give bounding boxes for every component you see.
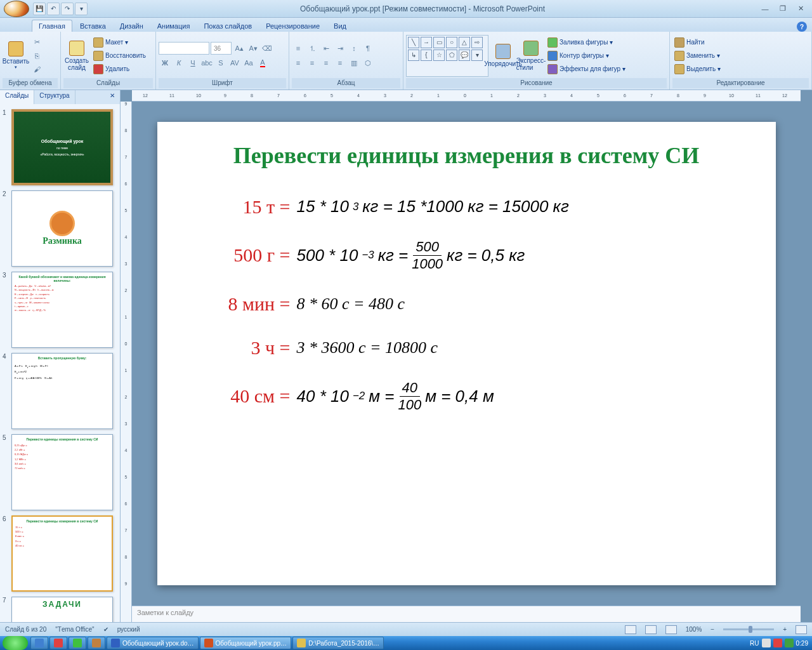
shape-effects-button[interactable]: Эффекты для фигур ▾ [546, 63, 627, 76]
tab-insert[interactable]: Вставка [74, 20, 112, 32]
shadow-icon[interactable]: S [214, 56, 227, 69]
shape-star-icon[interactable]: ☆ [433, 50, 445, 61]
grow-font-icon[interactable]: A▴ [233, 42, 246, 55]
zoom-in-icon[interactable]: + [783, 626, 787, 633]
arrange-button[interactable]: Упорядочить [490, 34, 516, 78]
find-button[interactable]: Найти [672, 36, 723, 49]
thumbnails-list[interactable]: 1 Обобщающий урок по теме «Работа, мощно… [0, 104, 120, 622]
qat-more-icon[interactable]: ▾ [75, 3, 88, 15]
align-right-icon[interactable]: ≡ [320, 56, 332, 69]
quicklaunch-2[interactable] [49, 637, 67, 649]
tray-lang[interactable]: RU [750, 640, 759, 647]
maximize-button[interactable]: ❐ [775, 4, 790, 14]
shape-tri-icon[interactable]: △ [459, 37, 470, 48]
fit-to-window-icon[interactable] [796, 625, 807, 634]
sidetab-slides[interactable]: Слайды [0, 90, 34, 104]
shape-arrow2-icon[interactable]: ⇨ [471, 37, 483, 48]
status-language[interactable]: русский [117, 626, 140, 633]
view-normal-icon[interactable] [625, 625, 636, 634]
tray-icon-1[interactable] [762, 639, 771, 647]
smartart-icon[interactable]: ⬡ [362, 56, 374, 69]
shape-line-icon[interactable]: ╲ [408, 37, 419, 48]
quicklaunch-1[interactable] [30, 637, 48, 649]
tab-home[interactable]: Главная [32, 20, 72, 32]
format-painter-icon[interactable]: 🖌 [30, 63, 43, 76]
underline-icon[interactable]: Ч [187, 56, 199, 69]
tab-review[interactable]: Рецензирование [259, 20, 326, 32]
thumbnail-7[interactable]: ЗАДАЧИ [11, 597, 113, 622]
align-center-icon[interactable]: ≡ [306, 56, 318, 69]
thumbnail-1[interactable]: Обобщающий урок по теме «Работа, мощност… [11, 109, 113, 185]
cut-icon[interactable]: ✂ [30, 36, 43, 49]
select-button[interactable]: Выделить ▾ [672, 63, 723, 76]
font-color-icon[interactable]: A [256, 56, 269, 69]
justify-icon[interactable]: ≡ [334, 56, 346, 69]
sidepanel-close-icon[interactable]: ✕ [105, 90, 120, 104]
quick-styles-button[interactable]: Экспресс-стили [518, 34, 544, 78]
case-icon[interactable]: Aa [242, 56, 255, 69]
layout-button[interactable]: Макет ▾ [91, 36, 148, 49]
shape-brace-icon[interactable]: { [421, 50, 432, 61]
clear-format-icon[interactable]: ⌫ [261, 42, 273, 55]
strike-icon[interactable]: abc [200, 56, 213, 69]
reset-button[interactable]: Восстановить [91, 50, 148, 62]
indent-icon[interactable]: ⇥ [334, 42, 346, 55]
zoom-level[interactable]: 100% [686, 626, 702, 633]
tray-volume-icon[interactable] [773, 639, 782, 647]
thumbnail-4[interactable]: Вставить пропущенную букву: A = F·s Eк =… [11, 353, 113, 429]
quicklaunch-4[interactable] [88, 637, 105, 649]
view-sorter-icon[interactable] [645, 625, 657, 634]
delete-button[interactable]: Удалить [91, 63, 148, 76]
shapes-gallery[interactable]: ╲ → ▭ ○ △ ⇨ ↳ { ☆ ⬠ 💬 ▾ [406, 35, 488, 77]
slide-canvas[interactable]: Перевести единицы измерения в систему СИ… [157, 122, 776, 585]
thumbnail-3[interactable]: Какой буквой обозначают и какова единица… [11, 272, 113, 348]
tray-clock[interactable]: 0:29 [796, 640, 808, 647]
thumbnail-2[interactable]: Разминка [11, 190, 113, 267]
taskbar-item-1[interactable]: Обобщающий урок.do… [107, 637, 199, 649]
bold-icon[interactable]: Ж [159, 56, 171, 69]
thumbnail-5[interactable]: Перевести единицы измерения в систему СИ… [11, 434, 113, 510]
quicklaunch-3[interactable] [69, 637, 86, 649]
numbering-icon[interactable]: ⒈ [306, 42, 318, 55]
minimize-button[interactable]: — [757, 4, 773, 14]
italic-icon[interactable]: К [173, 56, 185, 69]
qat-redo-icon[interactable]: ↷ [61, 3, 74, 15]
dedent-icon[interactable]: ⇤ [320, 42, 332, 55]
notes-pane[interactable]: Заметки к слайду [132, 606, 801, 622]
font-family-combo[interactable] [159, 42, 209, 55]
tab-view[interactable]: Вид [327, 20, 353, 32]
copy-icon[interactable]: ⎘ [30, 50, 43, 62]
textdir-icon[interactable]: ¶ [362, 42, 374, 55]
tab-animation[interactable]: Анимация [151, 20, 197, 32]
zoom-out-icon[interactable]: − [710, 626, 714, 633]
qat-save-icon[interactable]: 💾 [33, 3, 46, 15]
paste-button[interactable]: Вставить▾ [3, 34, 29, 78]
office-button[interactable] [4, 1, 29, 17]
shape-callout-icon[interactable]: 💬 [459, 50, 470, 61]
spellcheck-icon[interactable]: ✔ [103, 626, 108, 633]
taskbar-item-2[interactable]: Обобщающий урок.pp… [200, 637, 292, 649]
replace-button[interactable]: Заменить ▾ [672, 50, 723, 62]
tab-design[interactable]: Дизайн [114, 20, 150, 32]
help-icon[interactable]: ? [797, 22, 807, 32]
taskbar-item-3[interactable]: D:\Работа_2015-2016\… [292, 637, 384, 649]
columns-icon[interactable]: ▥ [348, 56, 360, 69]
tray-network-icon[interactable] [785, 639, 794, 647]
shape-conn-icon[interactable]: ↳ [408, 50, 419, 61]
align-left-icon[interactable]: ≡ [292, 56, 304, 69]
qat-undo-icon[interactable]: ↶ [47, 3, 60, 15]
zoom-slider[interactable] [723, 628, 774, 630]
tab-slideshow[interactable]: Показ слайдов [197, 20, 258, 32]
shape-arrow-icon[interactable]: → [421, 37, 432, 48]
spacing-icon[interactable]: AV [228, 56, 241, 69]
shape-fill-button[interactable]: Заливка фигуры ▾ [546, 36, 627, 49]
bullets-icon[interactable]: ≡ [292, 42, 304, 55]
linespacing-icon[interactable]: ↕ [348, 42, 360, 55]
shape-oval-icon[interactable]: ○ [446, 37, 457, 48]
new-slide-button[interactable]: Создать слайд [63, 34, 90, 78]
view-slideshow-icon[interactable] [665, 625, 677, 634]
shape-more-icon[interactable]: ▾ [471, 50, 483, 61]
shape-rect-icon[interactable]: ▭ [433, 37, 445, 48]
font-size-combo[interactable]: 36 [211, 42, 232, 55]
shrink-font-icon[interactable]: A▾ [247, 42, 259, 55]
